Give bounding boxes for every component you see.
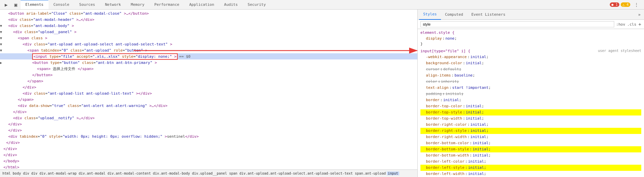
css-rules-panel[interactable]: element.style { display : none ; } input… bbox=[418, 29, 644, 177]
breadcrumb-item[interactable]: div.upload__panel bbox=[191, 172, 228, 175]
css-property-line[interactable]: border-right-width : initial ; bbox=[420, 134, 641, 140]
dom-line[interactable]: <div class="ant-modal-body" > bbox=[0, 23, 417, 29]
css-property-line[interactable]: display : none ; bbox=[420, 36, 641, 42]
css-property-line[interactable]: border-bottom-color : initial ; bbox=[420, 140, 641, 146]
selected-dom-line[interactable]: <input type="file" accept=".xls,.xlsx" s… bbox=[0, 53, 417, 59]
css-property-line[interactable]: border-bottom-width : initial ; bbox=[420, 152, 641, 159]
dom-line[interactable]: </div> bbox=[0, 121, 417, 127]
tab-sources[interactable]: Sources bbox=[74, 0, 100, 10]
tab-console[interactable]: Console bbox=[49, 0, 74, 10]
dom-line[interactable]: </div> bbox=[0, 84, 417, 90]
more-style-tabs-icon[interactable]: » bbox=[636, 12, 643, 17]
dom-line[interactable]: <button aria-label="Close" class="ant-mo… bbox=[0, 10, 417, 16]
dom-line[interactable]: </div> bbox=[0, 139, 417, 146]
css-property-line[interactable]: border-bottom-style : initial ; bbox=[420, 146, 641, 152]
inspect-icon[interactable]: ▶ bbox=[1, 0, 11, 10]
expand-arrow[interactable] bbox=[0, 49, 3, 52]
css-property-line[interactable]: border-right-style : initial ; bbox=[420, 128, 641, 134]
breadcrumb-item[interactable]: body bbox=[12, 172, 22, 175]
css-property-line[interactable]: color : inherit ; bbox=[420, 79, 641, 85]
breadcrumb-item[interactable]: span.ant-upload bbox=[354, 172, 387, 175]
expand-arrow[interactable] bbox=[0, 24, 3, 28]
breadcrumb-item[interactable]: div bbox=[30, 172, 38, 175]
dom-panel[interactable]: <button aria-label="Close" class="ant-mo… bbox=[0, 10, 418, 177]
css-property-line[interactable]: padding : initial ; bbox=[420, 91, 641, 97]
add-style-rule-button[interactable]: + bbox=[639, 22, 641, 27]
tab-network[interactable]: Network bbox=[100, 0, 126, 10]
css-selector: input[type="file" i] { user agent styles… bbox=[420, 49, 641, 53]
tab-bar-right: ● 1 △ 4 ⋮ bbox=[610, 0, 644, 10]
dom-line[interactable]: <span> 选择上传文件 </span> bbox=[0, 66, 417, 72]
dom-line[interactable]: <span tabindex="0" class="ant-upload" ro… bbox=[0, 47, 417, 53]
dom-line[interactable]: <div class="ant-modal-header" >…</div> bbox=[0, 16, 417, 23]
style-filter-input[interactable] bbox=[420, 21, 614, 27]
breadcrumb-item[interactable]: div.ant-modal bbox=[78, 172, 106, 175]
breadcrumb-item[interactable]: html bbox=[1, 172, 12, 175]
dom-line[interactable]: </div> bbox=[0, 152, 417, 158]
dom-line[interactable]: <div class="ant-upload ant-upload-select… bbox=[0, 41, 417, 47]
dom-line[interactable]: </div> bbox=[0, 127, 417, 133]
tab-security[interactable]: Security bbox=[243, 0, 271, 10]
css-property-line[interactable]: border-left-width : initial ; bbox=[420, 171, 641, 177]
css-property-line[interactable]: border-top-style : initial ; bbox=[420, 109, 641, 115]
dom-line[interactable]: </span> bbox=[0, 78, 417, 84]
css-close-brace: } bbox=[420, 42, 641, 46]
style-tabs-bar: Styles Computed Event Listeners » bbox=[418, 10, 644, 20]
expand-arrow[interactable] bbox=[0, 61, 3, 65]
dom-line[interactable]: <button type="button" class="ant-btn ant… bbox=[0, 59, 417, 66]
tab-application[interactable]: Application bbox=[185, 0, 219, 10]
error-badge: ● 1 bbox=[610, 2, 619, 7]
tab-elements[interactable]: Elements bbox=[21, 0, 49, 9]
dom-line[interactable]: <div data-show="true" class="ant-alert a… bbox=[0, 103, 417, 109]
expand-arrow[interactable] bbox=[0, 36, 3, 40]
breadcrumb-item[interactable]: div.ant-modal-body bbox=[152, 172, 191, 175]
dom-line[interactable]: <span class > bbox=[0, 35, 417, 41]
tab-bar: ▶ ▣ Elements Console Sources Network Mem… bbox=[0, 0, 644, 10]
css-property-line[interactable]: background-color : initial ; bbox=[420, 60, 641, 66]
breadcrumb: html body div div div.ant-modal-wrap div… bbox=[0, 169, 417, 177]
css-property-line[interactable]: align-items : baseline ; bbox=[420, 72, 641, 79]
css-property-line[interactable]: border-left-color : initial ; bbox=[420, 159, 641, 165]
cls-button[interactable]: .cls bbox=[627, 22, 636, 27]
css-property-line[interactable]: text-align : start !important ; bbox=[420, 85, 641, 91]
mobile-icon[interactable]: ▣ bbox=[11, 0, 21, 10]
tab-audits[interactable]: Audits bbox=[219, 0, 243, 10]
css-property-line[interactable]: border-top-color : initial ; bbox=[420, 103, 641, 109]
css-property-line[interactable]: border-top-width : initial ; bbox=[420, 115, 641, 122]
dom-line[interactable]: <div class="ant-upload-list ant-upload-l… bbox=[0, 90, 417, 96]
main-container: <button aria-label="Close" class="ant-mo… bbox=[0, 10, 644, 177]
css-selector: element.style { bbox=[420, 30, 641, 35]
dom-line[interactable]: <div class="upload__panel" > bbox=[0, 29, 417, 35]
dom-line[interactable]: <div class="upload__notify" >…</div> bbox=[0, 115, 417, 121]
warning-badge: △ 4 bbox=[621, 2, 630, 7]
dom-content: <button aria-label="Close" class="ant-mo… bbox=[0, 10, 417, 177]
more-options-icon[interactable]: ⋮ bbox=[632, 0, 641, 10]
dom-line[interactable]: <div tabindex="0" style="width: 0px; hei… bbox=[0, 133, 417, 139]
expand-arrow[interactable] bbox=[0, 42, 3, 46]
breadcrumb-item[interactable]: div.ant-modal-content bbox=[106, 172, 152, 175]
css-property-line[interactable]: border : initial ; bbox=[420, 97, 641, 103]
css-property-line[interactable]: border-right-color : initial ; bbox=[420, 122, 641, 128]
breadcrumb-item[interactable]: div.ant-modal-wrap bbox=[38, 172, 77, 175]
dom-line[interactable]: </div> bbox=[0, 146, 417, 152]
tab-performance[interactable]: Performance bbox=[150, 0, 185, 10]
dom-line[interactable]: </button> bbox=[0, 72, 417, 78]
tab-memory[interactable]: Memory bbox=[126, 0, 150, 10]
css-property-line[interactable]: -webkit-appearance : initial ; bbox=[420, 54, 641, 60]
style-filter-row: :hov .cls + bbox=[418, 20, 644, 29]
dom-line[interactable]: </div> bbox=[0, 109, 417, 115]
css-property-line[interactable]: border-left-style : initial ; bbox=[420, 165, 641, 171]
css-property-line[interactable]: cursor : default ; bbox=[420, 66, 641, 72]
breadcrumb-item-current[interactable]: input bbox=[387, 172, 399, 175]
breadcrumb-item[interactable]: div.ant-upload.ant-upload-select.ant-upl… bbox=[238, 172, 354, 175]
dom-line[interactable]: </body> bbox=[0, 158, 417, 164]
tab-bar-left: ▶ ▣ bbox=[0, 0, 21, 10]
breadcrumb-item[interactable]: div bbox=[22, 172, 30, 175]
tab-computed[interactable]: Computed bbox=[441, 10, 467, 20]
breadcrumb-item[interactable]: span bbox=[228, 172, 238, 175]
tab-styles[interactable]: Styles bbox=[419, 10, 441, 20]
tab-event-listeners[interactable]: Event Listeners bbox=[467, 10, 509, 20]
dom-line[interactable]: </span> bbox=[0, 96, 417, 103]
pseudo-state-button[interactable]: :hov bbox=[616, 22, 626, 27]
expand-arrow[interactable] bbox=[0, 30, 3, 34]
